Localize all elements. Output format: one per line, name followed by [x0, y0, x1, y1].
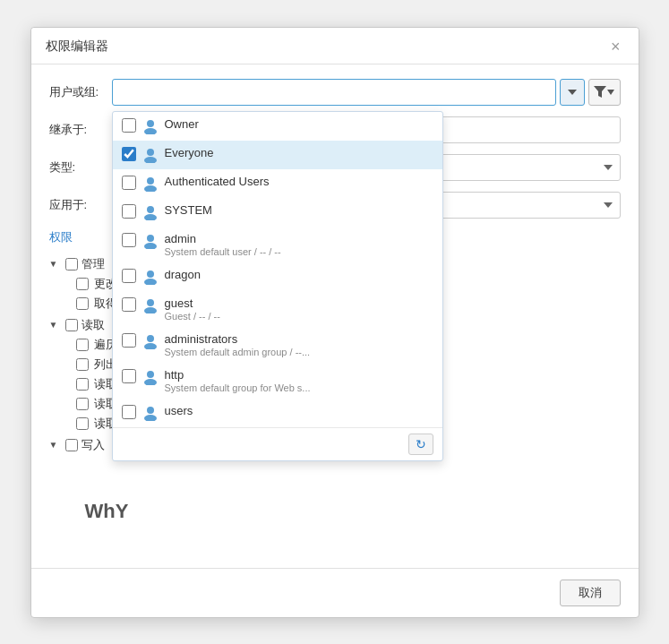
- dropdown-item-owner[interactable]: Owner: [113, 112, 442, 141]
- manage-group-label: 管理: [65, 256, 105, 272]
- dialog-titlebar: 权限编辑器 ×: [31, 28, 639, 64]
- item-checkbox-guest[interactable]: [122, 297, 136, 312]
- perm-readattr-checkbox[interactable]: [76, 378, 89, 391]
- perm-change-checkbox[interactable]: [76, 278, 89, 290]
- cancel-button[interactable]: 取消: [560, 580, 621, 606]
- item-desc-guest: Guest / -- / --: [165, 311, 433, 322]
- svg-point-13: [147, 299, 154, 306]
- user-icon-everyone: [142, 146, 159, 164]
- item-name-authenticated: Authenticated Users: [165, 175, 433, 188]
- svg-point-15: [147, 335, 154, 342]
- user-icon-admin: [142, 232, 159, 250]
- item-checkbox-owner[interactable]: [122, 118, 136, 133]
- manage-group-checkbox[interactable]: [65, 258, 78, 270]
- item-name-everyone: Everyone: [165, 146, 433, 159]
- type-label: 类型:: [49, 159, 112, 176]
- item-name-admin: admin: [165, 232, 433, 245]
- user-select-input[interactable]: [112, 79, 556, 106]
- write-group-label: 写入: [65, 437, 105, 453]
- chevron-down-icon: [568, 90, 577, 95]
- filter-button[interactable]: [588, 79, 621, 106]
- item-name-administrators: administrators: [165, 332, 433, 346]
- write-arrow-icon: ▼: [49, 440, 60, 450]
- user-icon-guest: [142, 296, 159, 314]
- item-desc-http: System default group for Web s...: [165, 382, 433, 393]
- svg-point-9: [147, 235, 154, 242]
- dropdown-item-administrators[interactable]: administratorsSystem default admin group…: [113, 327, 442, 363]
- item-checkbox-authenticated[interactable]: [122, 176, 136, 190]
- svg-point-11: [147, 270, 154, 278]
- svg-point-18: [144, 379, 157, 385]
- item-text-everyone: Everyone: [165, 146, 433, 159]
- item-checkbox-admin[interactable]: [122, 233, 136, 247]
- item-name-system: SYSTEM: [165, 203, 433, 217]
- user-icon-authenticated: [142, 175, 159, 193]
- svg-point-5: [147, 177, 154, 185]
- user-icon-system: [142, 203, 159, 221]
- svg-marker-0: [594, 86, 606, 98]
- svg-point-12: [144, 279, 157, 285]
- manage-arrow-icon: ▼: [49, 259, 60, 269]
- item-text-dragon: dragon: [165, 268, 433, 281]
- refresh-button[interactable]: ↻: [408, 434, 433, 455]
- watermark-text: WhY: [85, 500, 129, 523]
- item-text-users: users: [165, 404, 433, 417]
- user-icon-administrators: [142, 332, 159, 350]
- item-name-users: users: [165, 404, 433, 417]
- read-group-text: 读取: [81, 317, 105, 333]
- user-group-row: 用户或组: Owner: [49, 79, 621, 106]
- dropdown-footer: ↻: [113, 427, 442, 460]
- svg-point-17: [147, 371, 154, 378]
- item-checkbox-users[interactable]: [122, 405, 136, 419]
- dropdown-item-dragon[interactable]: dragon: [113, 262, 442, 291]
- item-name-http: http: [165, 368, 433, 382]
- item-text-http: httpSystem default group for Web s...: [165, 368, 433, 393]
- user-icon-dragon: [142, 268, 159, 286]
- dropdown-item-admin[interactable]: adminSystem default user / -- / --: [113, 227, 442, 262]
- item-name-owner: Owner: [165, 117, 433, 131]
- item-name-dragon: dragon: [165, 268, 433, 281]
- perm-readperm-checkbox[interactable]: [76, 417, 89, 430]
- close-button[interactable]: ×: [607, 37, 624, 56]
- user-dropdown-arrow-button[interactable]: [560, 79, 585, 106]
- item-checkbox-http[interactable]: [122, 369, 136, 383]
- dropdown-item-everyone[interactable]: Everyone: [113, 141, 442, 169]
- manage-group-text: 管理: [81, 256, 105, 272]
- perm-list-checkbox[interactable]: [76, 358, 89, 371]
- svg-point-20: [144, 415, 157, 421]
- item-desc-admin: System default user / -- / --: [165, 246, 433, 257]
- user-icon-http: [142, 368, 159, 386]
- item-text-guest: guestGuest / -- / --: [165, 296, 433, 322]
- item-checkbox-system[interactable]: [122, 204, 136, 219]
- perm-traverse-checkbox[interactable]: [76, 339, 89, 351]
- svg-point-1: [147, 120, 154, 127]
- item-text-authenticated: Authenticated Users: [165, 175, 433, 188]
- item-text-administrators: administratorsSystem default admin group…: [165, 332, 433, 357]
- dialog-footer: 取消: [31, 568, 639, 617]
- svg-point-6: [144, 185, 157, 192]
- item-checkbox-dragon[interactable]: [122, 269, 136, 283]
- read-group-checkbox[interactable]: [65, 319, 78, 331]
- dropdown-item-authenticated[interactable]: Authenticated Users: [113, 169, 442, 198]
- read-arrow-icon: ▼: [49, 320, 60, 330]
- item-text-system: SYSTEM: [165, 203, 433, 217]
- dropdown-item-http[interactable]: httpSystem default group for Web s...: [113, 363, 442, 399]
- filter-icon: [594, 86, 606, 98]
- user-dropdown: Owner Everyone Authenticated Users SYSTE…: [112, 111, 443, 461]
- dropdown-item-users[interactable]: users: [113, 399, 442, 427]
- perm-ownership-checkbox[interactable]: [76, 297, 89, 310]
- svg-point-4: [144, 157, 157, 163]
- svg-point-16: [144, 343, 157, 349]
- item-text-owner: Owner: [165, 117, 433, 131]
- item-name-guest: guest: [165, 296, 433, 310]
- dropdown-item-system[interactable]: SYSTEM: [113, 198, 442, 227]
- svg-point-19: [147, 407, 154, 414]
- dropdown-item-guest[interactable]: guestGuest / -- / --: [113, 291, 442, 327]
- perm-readextattr-checkbox[interactable]: [76, 398, 89, 410]
- write-group-checkbox[interactable]: [65, 439, 78, 451]
- item-checkbox-administrators[interactable]: [122, 333, 136, 348]
- permissions-link[interactable]: 权限: [49, 229, 73, 245]
- svg-point-7: [147, 206, 154, 213]
- user-icon-owner: [142, 117, 159, 135]
- item-checkbox-everyone[interactable]: [122, 147, 136, 161]
